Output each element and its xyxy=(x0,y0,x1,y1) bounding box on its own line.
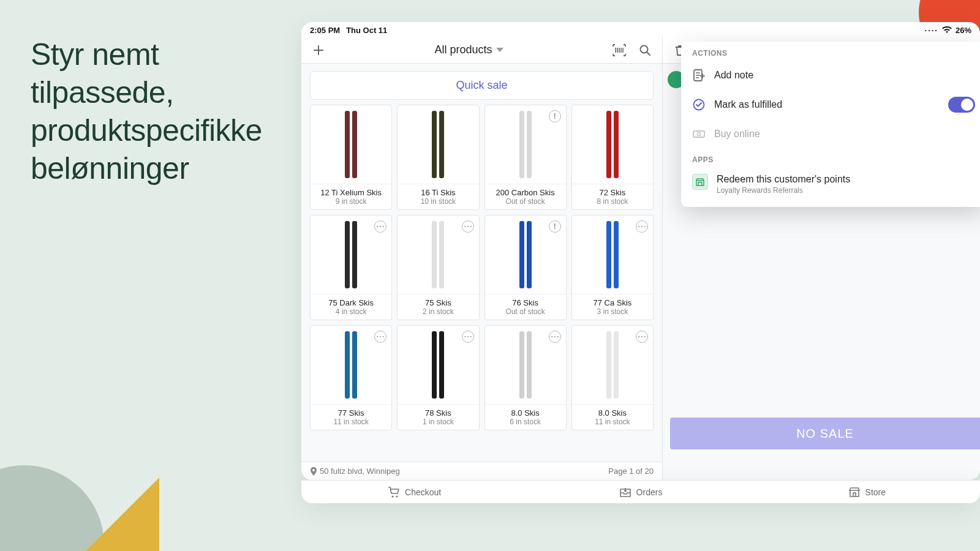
wifi-icon xyxy=(942,26,952,34)
svg-point-9 xyxy=(396,495,398,497)
marketing-headline: Styr nemt tilpassede, produktspecifikke … xyxy=(31,36,282,187)
products-title-text: All products xyxy=(434,43,492,56)
product-card[interactable]: 12 Ti Xelium Skis 9 in stock xyxy=(310,105,392,210)
warning-icon xyxy=(549,220,561,233)
store-icon xyxy=(848,487,861,498)
buy-online-label: Buy online xyxy=(714,129,760,140)
product-card[interactable]: 75 Dark Skis 4 in stock xyxy=(310,215,392,320)
nav-orders-label: Orders xyxy=(636,487,663,497)
product-name: 8.0 Skis xyxy=(575,408,650,418)
products-title[interactable]: All products xyxy=(328,43,609,56)
app-title: Redeem this customer's points xyxy=(717,174,850,185)
cart-icon xyxy=(388,487,400,498)
products-footer: 50 fultz blvd, Winnipeg Page 1 of 20 xyxy=(301,462,662,480)
product-image xyxy=(398,105,478,184)
product-stock: 8 in stock xyxy=(575,197,650,206)
page-indicator: Page 1 of 20 xyxy=(608,467,654,476)
add-note-label: Add note xyxy=(714,70,753,81)
nav-store-label: Store xyxy=(865,487,886,497)
product-card[interactable]: 16 Ti Skis 10 in stock xyxy=(397,105,479,210)
product-stock: 9 in stock xyxy=(313,197,389,206)
fulfilled-toggle[interactable] xyxy=(948,97,975,113)
product-image xyxy=(311,105,391,184)
location-text: 50 fultz blvd, Winnipeg xyxy=(320,467,400,476)
status-signal-icon: ···· xyxy=(925,26,938,35)
cart-pane: Cart ACTIONS Add note xyxy=(663,37,980,480)
more-icon[interactable] xyxy=(462,331,474,343)
nav-checkout[interactable]: Checkout xyxy=(301,487,527,498)
product-name: 72 Skis xyxy=(575,188,650,197)
more-icon[interactable] xyxy=(462,220,474,233)
actions-section-label: ACTIONS xyxy=(681,42,980,61)
decor-yellow-triangle xyxy=(80,478,159,551)
product-stock: 10 in stock xyxy=(400,197,476,206)
inbox-icon xyxy=(619,487,631,498)
product-card[interactable]: 200 Carbon Skis Out of stock xyxy=(484,105,567,210)
product-stock: 2 in stock xyxy=(400,307,476,316)
location-pin-icon xyxy=(310,467,317,476)
warning-icon xyxy=(549,110,561,122)
product-name: 78 Skis xyxy=(400,408,476,418)
product-name: 12 Ti Xelium Skis xyxy=(313,188,389,197)
product-name: 77 Skis xyxy=(313,408,389,418)
product-name: 8.0 Skis xyxy=(488,408,564,418)
product-stock: Out of stock xyxy=(488,307,564,316)
tablet-frame: 2:05 PM Thu Oct 11 ···· 26% All products xyxy=(301,22,980,480)
redeem-points-app[interactable]: Redeem this customer's points Loyalty Re… xyxy=(681,168,980,203)
product-card[interactable]: 8.0 Skis 6 in stock xyxy=(484,325,567,430)
mark-fulfilled-label: Mark as fulfilled xyxy=(714,99,782,110)
mark-fulfilled-action[interactable]: Mark as fulfilled xyxy=(681,89,980,120)
actions-popover: ACTIONS Add note Mark as fulfilled xyxy=(681,42,980,207)
product-stock: 11 in stock xyxy=(575,418,650,426)
product-card[interactable]: 78 Skis 1 in stock xyxy=(397,325,479,430)
add-button[interactable] xyxy=(309,40,328,60)
app-subtitle: Loyalty Rewards Referrals xyxy=(717,186,850,195)
status-date: Thu Oct 11 xyxy=(346,26,387,35)
product-card[interactable]: 77 Skis 11 in stock xyxy=(310,325,392,430)
product-name: 200 Carbon Skis xyxy=(488,188,564,197)
product-card[interactable]: 75 Skis 2 in stock xyxy=(397,215,479,320)
product-stock: 4 in stock xyxy=(313,307,389,316)
check-circle-icon xyxy=(692,98,706,111)
more-icon[interactable] xyxy=(636,220,648,233)
product-image xyxy=(572,105,653,184)
products-grid: 12 Ti Xelium Skis 9 in stock 16 Ti Skis … xyxy=(310,105,654,430)
nav-orders[interactable]: Orders xyxy=(527,487,753,498)
status-battery: 26% xyxy=(956,26,971,35)
add-note-action[interactable]: Add note xyxy=(681,61,980,89)
product-name: 75 Dark Skis xyxy=(313,298,389,307)
svg-rect-6 xyxy=(693,131,704,137)
products-pane: All products Quick sale xyxy=(301,37,663,480)
status-bar: 2:05 PM Thu Oct 11 ···· 26% xyxy=(301,22,980,37)
nav-checkout-label: Checkout xyxy=(405,487,441,497)
buy-online-action: Buy online xyxy=(681,120,980,148)
more-icon[interactable] xyxy=(549,331,561,343)
svg-point-7 xyxy=(698,133,701,136)
product-card[interactable]: 8.0 Skis 11 in stock xyxy=(571,325,654,430)
note-icon xyxy=(692,69,706,82)
bottom-nav: Checkout Orders Store xyxy=(301,480,980,503)
search-button[interactable] xyxy=(635,40,655,60)
quick-sale-button[interactable]: Quick sale xyxy=(310,71,654,100)
product-card[interactable]: 76 Skis Out of stock xyxy=(484,215,567,320)
no-sale-button[interactable]: NO SALE xyxy=(670,418,980,449)
svg-point-8 xyxy=(392,495,394,497)
product-name: 75 Skis xyxy=(400,298,476,307)
cash-icon xyxy=(692,127,706,141)
product-stock: 1 in stock xyxy=(400,418,476,426)
product-card[interactable]: 77 Ca Skis 3 in stock xyxy=(571,215,654,320)
product-stock: 11 in stock xyxy=(313,418,389,426)
product-card[interactable]: 72 Skis 8 in stock xyxy=(571,105,654,210)
more-icon[interactable] xyxy=(636,331,648,343)
storefront-icon xyxy=(692,174,708,190)
nav-store[interactable]: Store xyxy=(754,487,980,498)
product-stock: Out of stock xyxy=(488,197,564,206)
product-stock: 6 in stock xyxy=(488,418,564,426)
product-stock: 3 in stock xyxy=(575,307,650,316)
barcode-button[interactable] xyxy=(609,40,629,60)
apps-section-label: APPS xyxy=(681,148,980,168)
products-toolbar: All products xyxy=(301,37,662,64)
product-name: 77 Ca Skis xyxy=(575,298,650,307)
product-name: 76 Skis xyxy=(488,298,564,307)
product-name: 16 Ti Skis xyxy=(400,188,476,197)
